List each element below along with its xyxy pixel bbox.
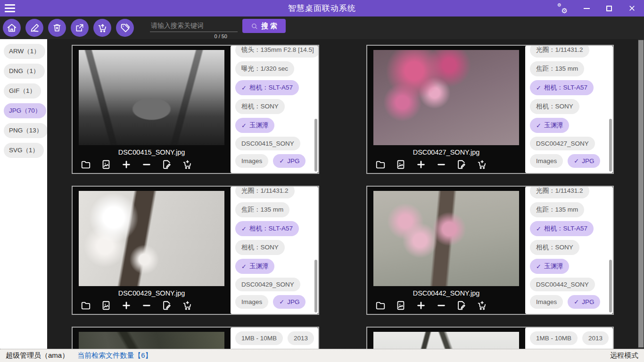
tag-pill[interactable]: DSC00427_SONY bbox=[530, 137, 595, 150]
add-icon[interactable] bbox=[121, 159, 132, 170]
tag-pill[interactable]: 光圈：1/11431.2 bbox=[530, 46, 589, 58]
tag-pill[interactable]: 光圈：1/11431.2 bbox=[235, 187, 295, 198]
tag-pill[interactable]: 相机：SONY bbox=[530, 99, 579, 114]
sidebar-filter-chip[interactable]: ARW（1） bbox=[4, 44, 45, 59]
tag-pill[interactable]: ✓相机：SLT-A57 bbox=[235, 221, 299, 236]
tag-panel-scrollbar[interactable] bbox=[609, 119, 612, 172]
photo-thumbnail[interactable] bbox=[79, 50, 224, 145]
photo-thumbnail[interactable] bbox=[373, 191, 519, 286]
tag-panel-scrollbar[interactable] bbox=[609, 260, 612, 313]
tag-pill[interactable]: 光圈：1/11431.2 bbox=[530, 187, 589, 198]
tag-pill[interactable]: Images bbox=[235, 154, 268, 168]
sidebar-filter-chip[interactable]: DNG（1） bbox=[4, 64, 45, 79]
tag-panel: 光圈：1/11431.2焦距：135 mm✓相机：SLT-A57相机：SONY✓… bbox=[231, 187, 318, 314]
tag-row: ✓相机：SLT-A57 bbox=[530, 80, 613, 95]
tag-pill[interactable]: 相机：SONY bbox=[235, 99, 285, 114]
file-edit-icon[interactable] bbox=[162, 159, 172, 170]
add-icon[interactable] bbox=[416, 300, 426, 311]
image-file-icon[interactable] bbox=[396, 300, 406, 311]
tag-pill[interactable]: 相机：SONY bbox=[530, 240, 579, 255]
tag-list: 光圈：1/11431.2焦距：135 mm✓相机：SLT-A57相机：SONY✓… bbox=[530, 46, 613, 168]
tag-pill[interactable]: ✓玉渊潭 bbox=[235, 259, 274, 274]
photo-thumbnail[interactable] bbox=[373, 332, 519, 349]
tag-pill[interactable]: ✓JPG bbox=[273, 295, 305, 309]
tag-pill[interactable]: 相机：SONY bbox=[235, 240, 285, 255]
cart-add-icon[interactable] bbox=[182, 159, 192, 170]
minimize-icon[interactable] bbox=[583, 5, 590, 12]
tag-pill[interactable]: ✓玉渊潭 bbox=[530, 259, 569, 274]
search-input[interactable] bbox=[150, 20, 238, 32]
home-icon[interactable] bbox=[3, 19, 21, 37]
photo-thumbnail[interactable] bbox=[79, 191, 224, 286]
tag-pill[interactable]: DSC00415_SONY bbox=[235, 137, 300, 150]
remove-icon[interactable] bbox=[436, 159, 446, 170]
tag-pill[interactable]: DSC00429_SONY bbox=[235, 278, 300, 291]
tag-pill[interactable]: ✓JPG bbox=[568, 154, 600, 168]
file-edit-icon[interactable] bbox=[162, 300, 172, 311]
open-external-icon[interactable] bbox=[71, 19, 89, 37]
tag-pill[interactable]: Images bbox=[530, 154, 563, 168]
sidebar-filter-chip[interactable]: JPG（70） bbox=[4, 103, 46, 118]
folder-icon[interactable] bbox=[81, 159, 91, 170]
tag-pill[interactable]: 1MB - 10MB bbox=[530, 331, 578, 345]
tags-icon[interactable] bbox=[116, 19, 134, 37]
sidebar-filter-chip[interactable]: GIF（1） bbox=[4, 83, 41, 99]
check-icon: ✓ bbox=[536, 225, 541, 232]
tag-pill[interactable]: 焦距：135 mm bbox=[235, 202, 289, 217]
edit-icon[interactable] bbox=[25, 19, 43, 37]
folder-icon[interactable] bbox=[375, 300, 386, 311]
tag-panel-scrollbar[interactable] bbox=[314, 119, 317, 172]
add-icon[interactable] bbox=[121, 300, 132, 311]
tag-pill[interactable]: Images bbox=[530, 295, 563, 309]
card-actions bbox=[367, 156, 525, 170]
tag-pill[interactable]: 焦距：135 mm bbox=[530, 202, 584, 217]
tag-pill[interactable]: ✓玉渊潭 bbox=[530, 118, 569, 133]
file-edit-icon[interactable] bbox=[456, 300, 467, 311]
tag-pill[interactable]: ✓玉渊潭 bbox=[235, 118, 274, 133]
tag-pill[interactable]: ✓JPG bbox=[568, 295, 600, 309]
image-file-icon[interactable] bbox=[101, 300, 111, 311]
sidebar-filter-chip[interactable]: SVG（1） bbox=[4, 143, 44, 158]
delete-icon[interactable] bbox=[48, 19, 66, 37]
tag-pill[interactable]: 2013 bbox=[288, 331, 314, 345]
remove-icon[interactable] bbox=[436, 300, 446, 311]
tag-pill[interactable]: ✓JPG bbox=[273, 154, 305, 168]
image-file-icon[interactable] bbox=[101, 159, 111, 170]
tag-pill[interactable]: ✓相机：SLT-A57 bbox=[530, 80, 594, 95]
tag-pill[interactable]: Images bbox=[235, 295, 268, 309]
tag-panel-scrollbar[interactable] bbox=[314, 260, 317, 313]
remove-icon[interactable] bbox=[141, 159, 152, 170]
titlebar: 智慧桌面联动系统 ⚙ ⚙ bbox=[0, 0, 644, 16]
tag-pill[interactable]: 2013 bbox=[582, 331, 609, 345]
close-icon[interactable] bbox=[628, 5, 636, 12]
search-button[interactable]: 搜 索 bbox=[242, 19, 286, 33]
folder-icon[interactable] bbox=[81, 300, 91, 311]
result-count-link[interactable]: 当前检索文件数量【6】 bbox=[77, 351, 152, 360]
file-edit-icon[interactable] bbox=[456, 159, 467, 170]
tag-pill-label: DSC00415_SONY bbox=[241, 140, 294, 147]
remove-icon[interactable] bbox=[141, 300, 152, 311]
tag-pill-label: 光圈：1/11431.2 bbox=[241, 187, 289, 195]
maximize-icon[interactable] bbox=[605, 5, 613, 12]
cart-add-icon[interactable] bbox=[477, 159, 487, 170]
cart-add-icon[interactable] bbox=[477, 300, 487, 311]
cart-add-icon[interactable] bbox=[182, 300, 192, 311]
scrollbar-thumb[interactable] bbox=[638, 40, 644, 347]
add-icon[interactable] bbox=[416, 159, 426, 170]
folder-icon[interactable] bbox=[375, 159, 386, 170]
image-file-icon[interactable] bbox=[396, 159, 406, 170]
tag-pill[interactable]: 焦距：135 mm bbox=[530, 61, 584, 76]
sidebar-filter-chip[interactable]: PNG（13） bbox=[4, 123, 48, 138]
settings-gears-icon[interactable]: ⚙ ⚙ bbox=[557, 4, 568, 13]
menu-icon[interactable] bbox=[0, 0, 21, 16]
tag-pill[interactable]: ✓相机：SLT-A57 bbox=[235, 80, 299, 95]
vertical-scrollbar[interactable] bbox=[638, 39, 644, 349]
tag-pill[interactable]: ✓相机：SLT-A57 bbox=[530, 221, 594, 236]
tag-pill[interactable]: DSC00442_SONY bbox=[530, 278, 595, 291]
tag-pill[interactable]: 1MB - 10MB bbox=[235, 331, 283, 345]
tag-pill[interactable]: 曝光：1/320 sec bbox=[235, 61, 294, 76]
tag-pill[interactable]: 镜头：135mm F2.8 [14.5] bbox=[235, 46, 318, 58]
photo-thumbnail[interactable] bbox=[79, 332, 224, 349]
cart-upload-icon[interactable] bbox=[93, 19, 111, 37]
photo-thumbnail[interactable] bbox=[373, 50, 519, 145]
